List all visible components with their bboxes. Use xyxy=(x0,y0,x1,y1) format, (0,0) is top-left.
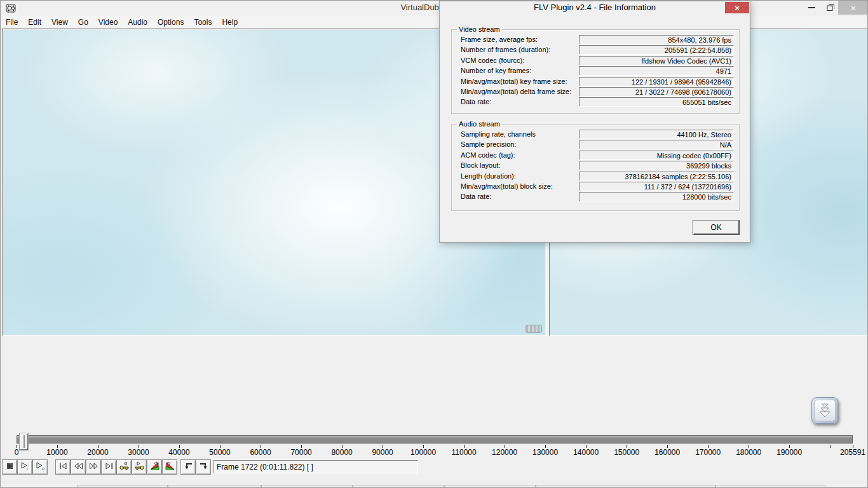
scroll-down-overlay-button[interactable] xyxy=(811,397,838,424)
mark-out-button[interactable] xyxy=(196,459,211,475)
info-row-value: ffdshow Video Codec (AVC1) xyxy=(579,56,734,65)
go-end-button[interactable] xyxy=(101,459,116,475)
file-information-dialog: FLV Plugin v2.4 - File Information × Vid… xyxy=(439,1,750,243)
go-start-button[interactable] xyxy=(55,459,71,475)
info-row-label: Block layout: xyxy=(461,161,500,169)
timeline-tick-label: 110000 xyxy=(452,448,477,457)
prev-keyframe-icon xyxy=(119,461,130,473)
status-pane xyxy=(444,485,536,488)
prev-scene-icon xyxy=(149,461,160,473)
step-back-button[interactable] xyxy=(71,459,86,475)
timeline-tick xyxy=(830,445,831,448)
play-input-button[interactable]: I xyxy=(17,459,32,475)
dialog-title: FLV Plugin v2.4 - File Information xyxy=(440,1,750,14)
info-row: Block layout:369299 blocks xyxy=(452,161,739,171)
info-row-label: Sampling rate, channels xyxy=(461,130,536,138)
info-row-label: Frame size, average fps: xyxy=(461,36,538,43)
play-output-icon: O xyxy=(35,461,46,473)
info-row-label: Data rate: xyxy=(461,193,491,200)
info-row-value: 4971 xyxy=(579,66,734,76)
timeline-tick-label: 100000 xyxy=(410,448,436,457)
restore-icon xyxy=(827,4,835,11)
info-row-value: 122 / 19301 / 98964 (95942846) xyxy=(579,77,734,86)
info-row: Number of frames (duration):205591 (2:22… xyxy=(452,45,739,55)
play-output-button[interactable]: O xyxy=(32,459,48,475)
audio-stream-rows: Sampling rate, channels44100 Hz, StereoS… xyxy=(452,130,739,203)
menu-item-file[interactable]: File xyxy=(1,17,23,28)
menu-item-view[interactable]: View xyxy=(46,17,73,28)
status-pane xyxy=(715,485,825,488)
video-stream-group: Video stream Frame size, average fps:854… xyxy=(451,29,740,114)
video-stream-legend: Video stream xyxy=(457,25,502,33)
info-row-value: 369299 blocks xyxy=(579,161,734,170)
svg-text:I: I xyxy=(27,467,28,471)
timeline-track[interactable] xyxy=(17,435,853,444)
menu-item-audio[interactable]: Audio xyxy=(123,17,153,28)
info-row-label: Data rate: xyxy=(461,98,491,105)
info-row-label: Min/avg/max(total) delta frame size: xyxy=(461,88,571,95)
stop-button[interactable] xyxy=(2,459,17,475)
timeline-tick-label: 50000 xyxy=(209,448,230,457)
stop-icon xyxy=(4,461,15,473)
timeline-tick-label: 60000 xyxy=(250,448,271,457)
info-row-value: 378162184 samples (2:22:55.106) xyxy=(579,172,734,181)
status-pane xyxy=(261,485,353,488)
info-row-value: N/A xyxy=(579,140,734,149)
info-row: Min/avg/max(total) block size:111 / 372 … xyxy=(452,182,739,192)
go-start-icon xyxy=(58,461,69,473)
info-row: ACM codec (tag):Missing codec (0x00FF) xyxy=(452,151,739,161)
timeline-tick-label: 0 xyxy=(15,448,19,457)
go-end-icon xyxy=(104,461,114,473)
menu-item-options[interactable]: Options xyxy=(153,17,189,28)
info-row-label: Min/avg/max(total) key frame size: xyxy=(461,78,567,85)
menu-item-go[interactable]: Go xyxy=(73,17,93,28)
frame-position-status: Frame 1722 (0:01:11.822) [ ] xyxy=(214,460,418,473)
timeline-tick-label: 20000 xyxy=(87,448,108,457)
timeline-tick-label: 140000 xyxy=(573,448,599,457)
mark-in-button[interactable] xyxy=(180,459,196,475)
audio-stream-group: Audio stream Sampling rate, channels4410… xyxy=(451,124,740,211)
timeline-tick-label: 90000 xyxy=(372,448,393,457)
status-pane xyxy=(168,485,261,488)
timeline-tick-label: 160000 xyxy=(654,448,680,457)
mark-in-icon xyxy=(183,461,194,473)
info-row-value: Missing codec (0x00FF) xyxy=(579,151,734,160)
audio-stream-legend: Audio stream xyxy=(457,120,502,128)
menu-item-help[interactable]: Help xyxy=(217,17,243,28)
info-row-label: Min/avg/max(total) block size: xyxy=(461,182,553,190)
timeline-tick-label: 70000 xyxy=(290,448,311,457)
timeline-tick-label: 130000 xyxy=(532,448,558,457)
info-row: Frame size, average fps:854x480, 23.976 … xyxy=(452,35,739,45)
menu-item-edit[interactable]: Edit xyxy=(23,17,46,28)
info-row: Min/avg/max(total) key frame size:122 / … xyxy=(452,77,739,87)
info-row-value: 44100 Hz, Stereo xyxy=(579,130,734,139)
dialog-close-button[interactable]: × xyxy=(725,2,749,13)
timeline-tick-label: 10000 xyxy=(46,448,67,457)
prev-scene-button[interactable] xyxy=(147,459,162,475)
play-input-icon: I xyxy=(20,461,31,473)
info-row-label: Number of key frames: xyxy=(461,67,531,74)
info-row-value: 854x480, 23.976 fps xyxy=(579,35,734,44)
status-pane xyxy=(353,485,444,488)
next-keyframe-button[interactable] xyxy=(132,459,147,475)
close-window-button[interactable]: × xyxy=(838,1,868,15)
timeline-tick-label: 180000 xyxy=(736,448,761,457)
timeline-ticks: 0100002000030000400005000060000700008000… xyxy=(17,445,853,459)
menu-item-tools[interactable]: Tools xyxy=(189,17,217,28)
menu-item-video[interactable]: Video xyxy=(93,17,123,28)
ok-button[interactable]: OK xyxy=(693,220,739,234)
svg-text:O: O xyxy=(41,467,44,471)
timeline-tick-label: 150000 xyxy=(614,448,639,457)
info-row: Sample precision:N/A xyxy=(452,140,739,150)
restore-button[interactable] xyxy=(822,1,839,15)
next-scene-button[interactable] xyxy=(162,459,177,475)
status-bar xyxy=(1,482,868,488)
info-row-label: VCM codec (fourcc): xyxy=(461,57,524,64)
info-row: Length (duration):378162184 samples (2:2… xyxy=(452,172,739,182)
info-row-value: 128000 bits/sec xyxy=(579,192,734,201)
prev-keyframe-button[interactable] xyxy=(116,459,132,475)
minimize-button[interactable] xyxy=(803,1,820,15)
status-pane xyxy=(536,485,715,488)
step-forward-button[interactable] xyxy=(86,459,101,475)
info-row: Min/avg/max(total) delta frame size:21 /… xyxy=(452,87,739,97)
